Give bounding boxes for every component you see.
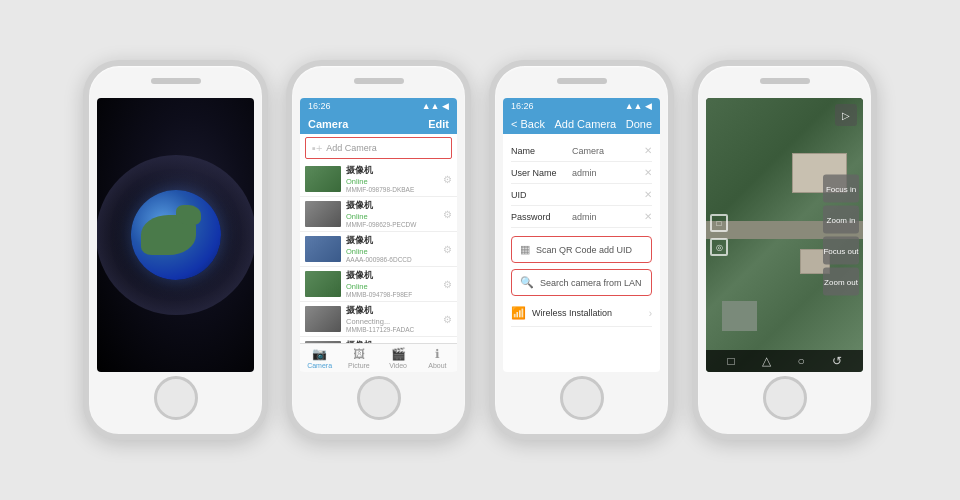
picture-tab-label: Picture [348, 362, 370, 369]
camera-tab-icon: 📷 [312, 347, 327, 361]
focus-in-button[interactable]: Focus in [823, 175, 859, 203]
phone-3: 16:26 ▲▲ ◀ < Back Add Camera Done Name C… [489, 60, 674, 440]
tab-picture[interactable]: 🖼 Picture [339, 347, 378, 369]
add-camera-button[interactable]: ▪+ Add Camera [305, 137, 452, 159]
username-value[interactable]: admin [572, 168, 638, 178]
video-tab-icon: 🎬 [391, 347, 406, 361]
name-clear-icon[interactable]: ✕ [644, 145, 652, 156]
phone-1 [83, 60, 268, 440]
list-item[interactable]: 摄像机 Online MMMB-094798-F98EF ⚙ [300, 267, 457, 302]
zoom-in-button[interactable]: Zoom in [823, 206, 859, 234]
tab-video[interactable]: 🎬 Video [379, 347, 418, 369]
camera-title: Camera [308, 118, 348, 130]
cam-thumb [305, 236, 341, 262]
cam-settings-icon[interactable]: ⚙ [443, 209, 452, 220]
uid-row: UID ✕ [511, 184, 652, 206]
cam-thumb [305, 271, 341, 297]
about-tab-label: About [428, 362, 446, 369]
bottom-icon-4[interactable]: ↺ [832, 354, 842, 368]
camera-bottom-bar: □ △ ○ ↺ [706, 350, 863, 372]
back-button[interactable]: < Back [511, 118, 545, 130]
search-lan-button[interactable]: 🔍 Search camera from LAN [511, 269, 652, 296]
cam-info: 摄像机 Online MMMF-098629-PECDW [346, 200, 438, 228]
uid-clear-icon[interactable]: ✕ [644, 189, 652, 200]
edit-button[interactable]: Edit [428, 118, 449, 130]
phone-4: ▷ Focus in Zoom in Focus out Zoom out □ … [692, 60, 877, 440]
cam-thumb [305, 306, 341, 332]
about-tab-icon: ℹ [435, 347, 440, 361]
video-tab-label: Video [389, 362, 407, 369]
picture-tab-icon: 🖼 [353, 347, 365, 361]
camera-tab-label: Camera [307, 362, 332, 369]
username-clear-icon[interactable]: ✕ [644, 167, 652, 178]
phone-2: 16:26 ▲▲ ◀ Camera Edit ▪+ Add Camera 摄像机… [286, 60, 471, 440]
left-control-1[interactable]: □ [710, 214, 728, 232]
list-item[interactable]: 摄像机 Online AAAA-000986-6DCCD ⚙ [300, 232, 457, 267]
password-row: Password admin ✕ [511, 206, 652, 228]
search-lan-label: Search camera from LAN [540, 278, 642, 288]
search-icon: 🔍 [520, 276, 534, 289]
cam-settings-icon[interactable]: ⚙ [443, 279, 452, 290]
left-icon-2: ◎ [716, 243, 723, 252]
cam-info: 摄像机 Online MMMB-094798-F98EF [346, 270, 438, 298]
username-row: User Name admin ✕ [511, 162, 652, 184]
parking-area [722, 301, 757, 331]
earth-screen [97, 98, 254, 372]
bottom-icon-2[interactable]: △ [762, 354, 771, 368]
camera-live-view: ▷ Focus in Zoom in Focus out Zoom out □ … [706, 98, 863, 372]
status-bar-3: 16:26 ▲▲ ◀ [503, 98, 660, 114]
cam-settings-icon[interactable]: ⚙ [443, 314, 452, 325]
list-item[interactable]: 摄像机 Connecting... MMMB-117129-FADAC ⚙ [300, 302, 457, 337]
list-item[interactable]: 摄像机 Online MMMF-098798-DKBAE ⚙ [300, 162, 457, 197]
bottom-icon-1[interactable]: □ [727, 354, 734, 368]
status-time-3: 16:26 [511, 101, 534, 111]
phones-container: 16:26 ▲▲ ◀ Camera Edit ▪+ Add Camera 摄像机… [63, 40, 897, 460]
cam-info: 摄像机 Online MMMF-098798-DKBAE [346, 165, 438, 193]
scan-qr-label: Scan QR Code add UID [536, 245, 632, 255]
top-controls: ▷ [835, 104, 857, 126]
uid-label: UID [511, 190, 566, 200]
share-button[interactable]: ▷ [835, 104, 857, 126]
tab-about[interactable]: ℹ About [418, 347, 457, 369]
zoom-out-button[interactable]: Zoom out [823, 268, 859, 296]
name-row: Name Camera ✕ [511, 140, 652, 162]
status-icons-2: ▲▲ ◀ [422, 101, 449, 111]
add-camera-form: Name Camera ✕ User Name admin ✕ UID ✕ Pa… [503, 134, 660, 333]
earth-globe [131, 190, 221, 280]
earth-land-2 [176, 205, 201, 225]
username-label: User Name [511, 168, 566, 178]
wifi-icon: 📶 [511, 306, 526, 320]
name-value[interactable]: Camera [572, 146, 638, 156]
password-label: Password [511, 212, 566, 222]
status-time-2: 16:26 [308, 101, 331, 111]
bottom-tabs: 📷 Camera 🖼 Picture 🎬 Video ℹ About [300, 343, 457, 372]
left-icon-1: □ [717, 219, 722, 228]
phone-3-screen: 16:26 ▲▲ ◀ < Back Add Camera Done Name C… [503, 98, 660, 372]
cam-settings-icon[interactable]: ⚙ [443, 244, 452, 255]
cam-info: 摄像机 Online AAAA-000986-6DCCD [346, 235, 438, 263]
list-item[interactable]: 摄像机 Online MMMF-098629-PECDW ⚙ [300, 197, 457, 232]
add-camera-nav: < Back Add Camera Done [503, 114, 660, 134]
status-bar-2: 16:26 ▲▲ ◀ [300, 98, 457, 114]
focus-out-button[interactable]: Focus out [823, 237, 859, 265]
tab-camera[interactable]: 📷 Camera [300, 347, 339, 369]
cam-thumb [305, 166, 341, 192]
chevron-right-icon: › [649, 308, 652, 319]
done-button[interactable]: Done [626, 118, 652, 130]
bottom-icon-3[interactable]: ○ [797, 354, 804, 368]
left-control-2[interactable]: ◎ [710, 238, 728, 256]
camera-controls: Focus in Zoom in Focus out Zoom out [823, 175, 859, 296]
wireless-label: Wireless Installation [532, 308, 643, 318]
wireless-installation-row[interactable]: 📶 Wireless Installation › [511, 300, 652, 327]
cam-thumb [305, 201, 341, 227]
password-value[interactable]: admin [572, 212, 638, 222]
phone-1-screen [97, 98, 254, 372]
nav-bar-2: Camera Edit [300, 114, 457, 134]
cam-info: 摄像机 Connecting... MMMB-117129-FADAC [346, 305, 438, 333]
name-label: Name [511, 146, 566, 156]
cam-settings-icon[interactable]: ⚙ [443, 174, 452, 185]
password-clear-icon[interactable]: ✕ [644, 211, 652, 222]
camera-list: 摄像机 Online MMMF-098798-DKBAE ⚙ 摄像机 Onlin… [300, 162, 457, 372]
add-camera-form-title: Add Camera [554, 118, 616, 130]
scan-qr-button[interactable]: ▦ Scan QR Code add UID [511, 236, 652, 263]
